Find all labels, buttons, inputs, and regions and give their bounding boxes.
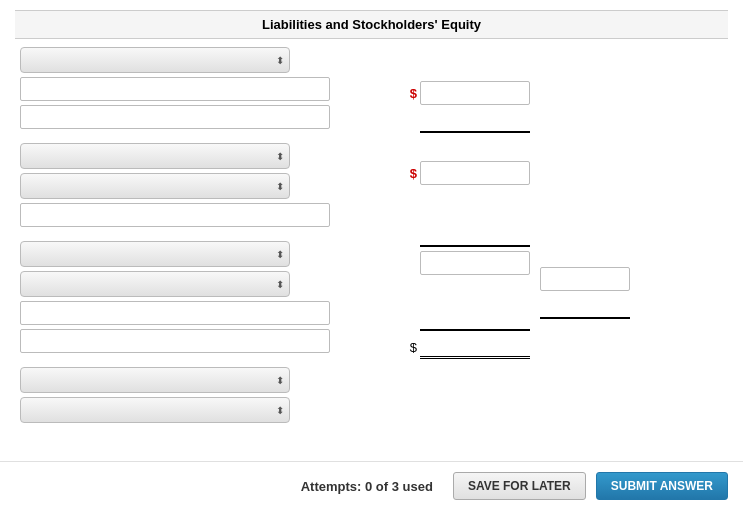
select-2[interactable] <box>20 143 290 169</box>
input-row-2 <box>350 109 530 133</box>
center-input-2[interactable] <box>540 295 630 319</box>
dollar-sign-3: $ <box>410 340 417 355</box>
select-7[interactable] <box>20 397 290 423</box>
amount-input-6[interactable] <box>420 307 530 331</box>
select-wrapper-3 <box>20 173 290 199</box>
text-input-2[interactable] <box>20 105 330 129</box>
amount-input-2[interactable] <box>420 109 530 133</box>
select-wrapper-4 <box>20 241 290 267</box>
text-input-4[interactable] <box>20 301 330 325</box>
center-input-1[interactable] <box>540 267 630 291</box>
amount-input-7[interactable] <box>420 335 530 359</box>
attempts-text: Attempts: 0 of 3 used <box>301 479 433 494</box>
input-row-7: $ <box>350 335 530 359</box>
select-wrapper-5 <box>20 271 290 297</box>
select-1[interactable] <box>20 47 290 73</box>
save-for-later-button[interactable]: SAVE FOR LATER <box>453 472 586 500</box>
input-row-4 <box>350 223 530 247</box>
input-row-6 <box>350 307 530 331</box>
amount-input-4[interactable] <box>420 223 530 247</box>
select-wrapper-1 <box>20 47 290 73</box>
submit-answer-button[interactable]: SUBMIT ANSWER <box>596 472 728 500</box>
section-header: Liabilities and Stockholders' Equity <box>15 10 728 39</box>
select-3[interactable] <box>20 173 290 199</box>
select-wrapper-2 <box>20 143 290 169</box>
amount-input-5[interactable] <box>420 251 530 275</box>
left-column <box>20 47 340 423</box>
select-4[interactable] <box>20 241 290 267</box>
dollar-sign-2: $ <box>410 166 417 181</box>
bottom-bar: Attempts: 0 of 3 used SAVE FOR LATER SUB… <box>0 461 743 510</box>
amount-input-1[interactable] <box>420 81 530 105</box>
main-content: $ $ <box>15 47 728 423</box>
input-row-5 <box>350 251 530 275</box>
select-5[interactable] <box>20 271 290 297</box>
right-section: $ $ <box>350 47 530 423</box>
select-6[interactable] <box>20 367 290 393</box>
dollar-sign-1: $ <box>410 86 417 101</box>
section-title: Liabilities and Stockholders' Equity <box>262 17 481 32</box>
input-row-1: $ <box>350 81 530 105</box>
text-input-5[interactable] <box>20 329 330 353</box>
amount-input-3[interactable] <box>420 161 530 185</box>
center-column <box>540 267 630 423</box>
page-container: Liabilities and Stockholders' Equity <box>0 0 743 510</box>
text-input-1[interactable] <box>20 77 330 101</box>
input-row-3: $ <box>350 161 530 185</box>
text-input-3[interactable] <box>20 203 330 227</box>
select-wrapper-6 <box>20 367 290 393</box>
select-wrapper-7 <box>20 397 290 423</box>
